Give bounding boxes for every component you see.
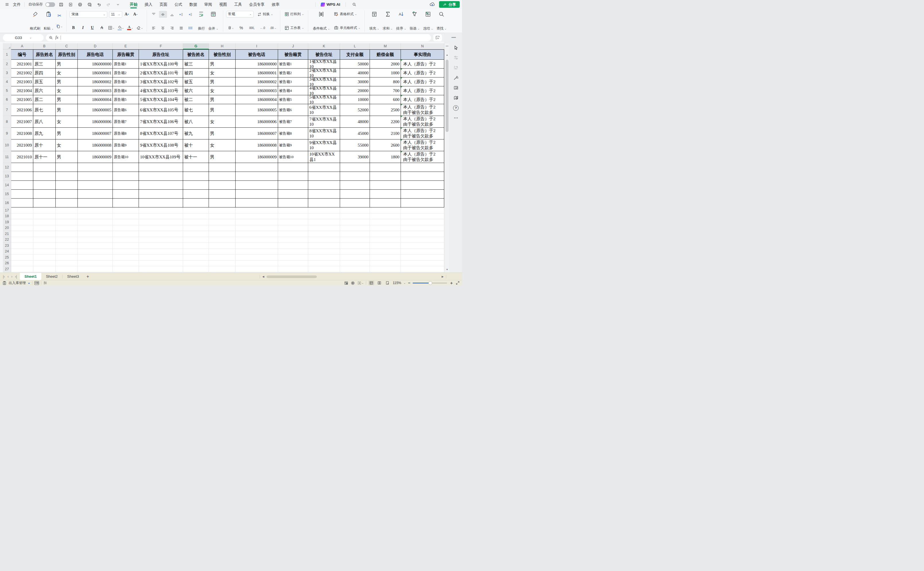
cell-D27[interactable] xyxy=(78,266,113,272)
cell-C2[interactable]: 男 xyxy=(56,60,78,69)
italic-button[interactable]: I xyxy=(79,25,87,31)
convert-button[interactable]: 转换⌄ xyxy=(256,11,275,17)
settings-icon[interactable] xyxy=(453,54,459,61)
column-header-M[interactable]: M xyxy=(370,43,401,49)
cell-I14[interactable] xyxy=(236,181,278,190)
cell-N1[interactable]: 事实理由 xyxy=(401,49,444,60)
column-header-A[interactable]: A xyxy=(11,43,33,49)
column-header-L[interactable]: L xyxy=(340,43,370,49)
cell-M21[interactable] xyxy=(370,231,401,237)
cell-K17[interactable] xyxy=(308,207,340,213)
cell-H1[interactable]: 被告性别 xyxy=(209,49,236,60)
cell-D18[interactable] xyxy=(78,213,113,219)
cell-I13[interactable] xyxy=(236,172,278,181)
print-preview-icon[interactable] xyxy=(86,2,93,8)
cell-H23[interactable] xyxy=(209,243,236,249)
row-header-10[interactable]: 10 xyxy=(3,139,11,151)
cell-M18[interactable] xyxy=(370,213,401,219)
increase-decimal-button[interactable]: .00→ xyxy=(269,25,277,31)
cell-E14[interactable] xyxy=(113,181,139,190)
cell-D17[interactable] xyxy=(78,207,113,213)
cell-M25[interactable] xyxy=(370,255,401,261)
cell-K19[interactable] xyxy=(308,219,340,225)
cell-H10[interactable]: 女 xyxy=(209,139,236,151)
cell-C20[interactable] xyxy=(56,225,78,231)
cell-D6[interactable]: 186000004 xyxy=(78,95,113,104)
cell-B13[interactable] xyxy=(33,172,56,181)
material-library-icon[interactable] xyxy=(453,85,459,91)
scroll-up-icon[interactable]: ▲ xyxy=(445,54,449,56)
cell-A20[interactable] xyxy=(11,225,33,231)
cell-M7[interactable]: 2500 xyxy=(370,104,401,116)
scroll-down-icon[interactable]: ▼ xyxy=(445,268,449,271)
冻结-button[interactable]: 冻结 ⌄ xyxy=(421,10,435,32)
cell-L18[interactable] xyxy=(340,213,370,219)
cell-A5[interactable]: 2021004 xyxy=(11,86,33,95)
cell-M27[interactable] xyxy=(370,266,401,272)
cell-L13[interactable] xyxy=(340,172,370,181)
underline-button[interactable]: U xyxy=(88,25,96,31)
cell-I5[interactable]: 186000003 xyxy=(236,86,278,95)
cell-K7[interactable]: 6省XX市XX县10 xyxy=(308,104,340,116)
cell-K27[interactable] xyxy=(308,266,340,272)
cell-F10[interactable]: 9省XX市XX县108号 xyxy=(139,139,183,151)
cell-K20[interactable] xyxy=(308,225,340,231)
cell-D25[interactable] xyxy=(78,255,113,261)
cell-F25[interactable] xyxy=(139,255,183,261)
cell-B5[interactable]: 原六 xyxy=(33,86,56,95)
beautify-icon[interactable] xyxy=(453,75,459,81)
cell-N8[interactable]: 本人（原告）于2 由于被告欠款多 xyxy=(401,116,444,128)
undo-icon[interactable] xyxy=(96,2,102,8)
cell-J18[interactable] xyxy=(278,213,308,219)
cell-E26[interactable] xyxy=(113,261,139,267)
cell-K9[interactable]: 8省XX市XX县10 xyxy=(308,128,340,139)
strikethrough-button[interactable]: A xyxy=(98,25,106,31)
cell-J4[interactable]: 被告籍3 xyxy=(278,77,308,86)
cell-H22[interactable] xyxy=(209,237,236,243)
cell-N2[interactable]: 本人（原告）于2 xyxy=(401,60,444,69)
cell-H19[interactable] xyxy=(209,219,236,225)
cell-G10[interactable]: 被十 xyxy=(183,139,209,151)
distribute-button[interactable] xyxy=(187,25,194,31)
cell-J8[interactable]: 被告籍7 xyxy=(278,116,308,128)
autosave-toggle[interactable] xyxy=(45,2,55,7)
cell-D8[interactable]: 186000006 xyxy=(78,116,113,128)
cell-H25[interactable] xyxy=(209,255,236,261)
cell-B3[interactable]: 原四 xyxy=(33,69,56,77)
cell-M16[interactable] xyxy=(370,199,401,207)
cell-M13[interactable] xyxy=(370,172,401,181)
cell-K15[interactable] xyxy=(308,190,340,199)
cell-I7[interactable]: 186000005 xyxy=(236,104,278,116)
cell-D3[interactable]: 186000001 xyxy=(78,69,113,77)
cell-I20[interactable] xyxy=(236,225,278,231)
cell-C13[interactable] xyxy=(56,172,78,181)
cell-J10[interactable]: 被告籍9 xyxy=(278,139,308,151)
vba-icon[interactable]: VB xyxy=(34,281,39,285)
cell-J19[interactable] xyxy=(278,219,308,225)
cell-E13[interactable] xyxy=(113,172,139,181)
row-header-3[interactable]: 3 xyxy=(3,69,11,77)
worksheet-button[interactable]: 工作表⌄ xyxy=(283,25,305,31)
cell-L9[interactable]: 45000 xyxy=(340,128,370,139)
next-sheet-icon[interactable]: › xyxy=(11,275,12,279)
cell-C12[interactable] xyxy=(56,163,78,172)
cell-C7[interactable]: 男 xyxy=(56,104,78,116)
cell-E22[interactable] xyxy=(113,237,139,243)
cell-E16[interactable] xyxy=(113,199,139,207)
column-header-C[interactable]: C xyxy=(56,43,78,49)
scrollbar-collapse-icon[interactable] xyxy=(446,46,449,46)
copy-button[interactable]: ⌄ xyxy=(56,23,63,30)
cell-K18[interactable] xyxy=(308,213,340,219)
cell-G23[interactable] xyxy=(183,243,209,249)
cell-C16[interactable] xyxy=(56,199,78,207)
cell-B6[interactable]: 原二 xyxy=(33,95,56,104)
cell-C24[interactable] xyxy=(56,249,78,255)
cell-A12[interactable] xyxy=(11,163,33,172)
cell-D4[interactable]: 186000002 xyxy=(78,77,113,86)
tab-页面[interactable]: 页面 xyxy=(160,0,167,9)
cell-I6[interactable]: 186000004 xyxy=(236,95,278,104)
tab-数据[interactable]: 数据 xyxy=(190,0,197,9)
cell-A13[interactable] xyxy=(11,172,33,181)
cell-G21[interactable] xyxy=(183,231,209,237)
row-header-24[interactable]: 24 xyxy=(3,249,11,255)
